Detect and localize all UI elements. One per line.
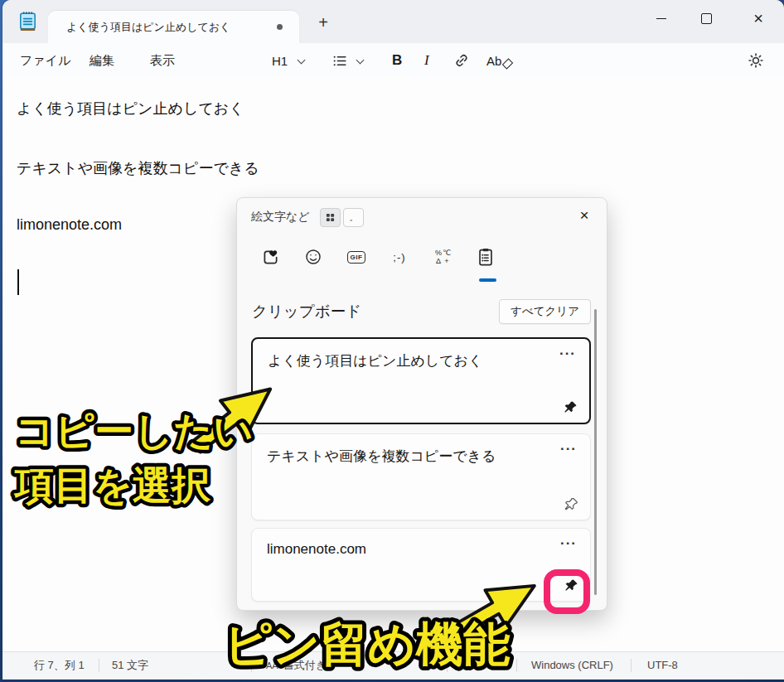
tab-symbols[interactable]: %℃ Δ+ xyxy=(430,243,455,271)
panel-title: 絵文字など xyxy=(251,210,310,225)
panel-scrollbar[interactable] xyxy=(594,309,597,595)
gear-icon xyxy=(747,51,765,70)
annotation-select-text: コピーしたい 項目を選択 xyxy=(7,396,255,520)
clipboard-icon xyxy=(476,247,496,267)
doc-line-2: テキストや画像を複数コピーできる xyxy=(17,158,259,178)
pin-filled-icon xyxy=(564,400,578,414)
bold-button[interactable]: B xyxy=(392,43,402,78)
symbols-icon: %℃ Δ+ xyxy=(434,249,451,265)
status-cursor-position: 行 7、列 1 xyxy=(34,652,85,678)
annotation-pin-text: ピン留め機能 xyxy=(217,607,549,678)
panel-close-button[interactable]: × xyxy=(573,205,595,226)
grid-icon xyxy=(326,213,335,222)
clipboard-item-text: limonenote.com xyxy=(267,541,366,558)
bold-icon: B xyxy=(392,52,402,69)
pin-outline-icon xyxy=(564,497,578,511)
heading-label: H1 xyxy=(272,54,288,68)
clear-format-button[interactable]: Ab xyxy=(486,43,512,78)
kaomoji-icon: ;-) xyxy=(393,251,405,264)
pin-button-unpinned[interactable] xyxy=(563,496,579,512)
minimize-button[interactable] xyxy=(643,3,680,33)
new-tab-button[interactable]: + xyxy=(311,11,336,36)
clipboard-section-title: クリップボード xyxy=(252,301,361,322)
clipboard-item-text: テキストや画像を複数コピーできる xyxy=(267,447,496,466)
desktop: よく使う項目はピン止めしておく + × ファイル 編集 表示 H1 xyxy=(0,0,784,682)
link-button[interactable] xyxy=(452,43,471,78)
minimize-icon xyxy=(656,18,666,19)
svg-text:ピン留め機能: ピン留め機能 xyxy=(224,617,511,670)
svg-text:コピーしたい: コピーしたい xyxy=(15,409,254,452)
divider xyxy=(631,659,632,672)
gif-icon: GIF xyxy=(347,251,366,264)
svg-text:項目を選択: 項目を選択 xyxy=(13,463,211,507)
smiley-icon xyxy=(304,248,322,266)
layout-grid-button[interactable] xyxy=(320,208,341,227)
italic-button[interactable]: I xyxy=(424,43,429,78)
clipboard-panel: 絵文字など 。 × xyxy=(236,197,607,611)
list-dropdown[interactable] xyxy=(332,43,363,78)
chevron-down-icon xyxy=(356,56,365,64)
titlebar: よく使う項目はピン止めしておく + × xyxy=(2,0,784,43)
status-encoding: UTF-8 xyxy=(647,652,678,678)
tab-emoji[interactable] xyxy=(301,243,326,271)
status-char-count: 51 文字 xyxy=(112,652,148,678)
punctuation-button[interactable]: 。 xyxy=(343,208,364,227)
link-icon xyxy=(452,51,471,70)
clipboard-item-2[interactable]: テキストや画像を複数コピーできる ··· xyxy=(251,433,591,520)
close-icon: × xyxy=(753,10,763,27)
active-tab-underline xyxy=(479,278,496,282)
maximize-button[interactable] xyxy=(688,3,724,33)
clear-format-icon: Ab xyxy=(486,54,501,68)
close-button[interactable]: × xyxy=(740,3,777,33)
menu-edit[interactable]: 編集 xyxy=(85,43,119,78)
clipboard-item-text: よく使う項目はピン止めしておく xyxy=(268,351,482,370)
more-options-button[interactable]: ··· xyxy=(560,441,577,457)
list-icon xyxy=(332,52,349,70)
more-options-button[interactable]: ··· xyxy=(559,346,576,362)
eraser-icon xyxy=(502,58,513,69)
notepad-window: よく使う項目はピン止めしておく + × ファイル 編集 表示 H1 xyxy=(2,0,784,680)
tab-recent[interactable] xyxy=(258,243,283,271)
settings-button[interactable] xyxy=(747,43,765,78)
tab-gif[interactable]: GIF xyxy=(344,243,369,271)
document-tab[interactable]: よく使う項目はピン止めしておく xyxy=(48,11,299,43)
italic-icon: I xyxy=(424,52,429,69)
tab-title: よく使う項目はピン止めしておく xyxy=(66,11,230,43)
tab-kaomoji[interactable]: ;-) xyxy=(387,243,412,271)
heading-dropdown[interactable]: H1 xyxy=(272,43,304,78)
menubar: ファイル 編集 表示 H1 B I Ab xyxy=(2,43,784,79)
more-options-button[interactable]: ··· xyxy=(560,535,577,552)
notepad-app-icon xyxy=(17,10,39,32)
pin-button-pinned[interactable] xyxy=(562,399,578,415)
menu-file[interactable]: ファイル xyxy=(15,43,75,78)
unsaved-dot-icon xyxy=(277,24,283,30)
clipboard-item-1[interactable]: よく使う項目はピン止めしておく ··· xyxy=(251,337,591,424)
maximize-icon xyxy=(701,13,712,24)
tab-clipboard[interactable] xyxy=(473,243,498,271)
menu-view[interactable]: 表示 xyxy=(145,43,180,78)
divider xyxy=(99,659,99,672)
pin-highlight-box xyxy=(544,569,590,614)
doc-line-1: よく使う項目はピン止めしておく xyxy=(17,99,244,119)
clear-all-button[interactable]: すべてクリア xyxy=(499,299,591,324)
text-caret xyxy=(17,269,19,295)
chevron-down-icon xyxy=(298,56,306,64)
heart-square-icon xyxy=(261,248,280,267)
doc-line-3: limonenote.com xyxy=(17,216,122,234)
